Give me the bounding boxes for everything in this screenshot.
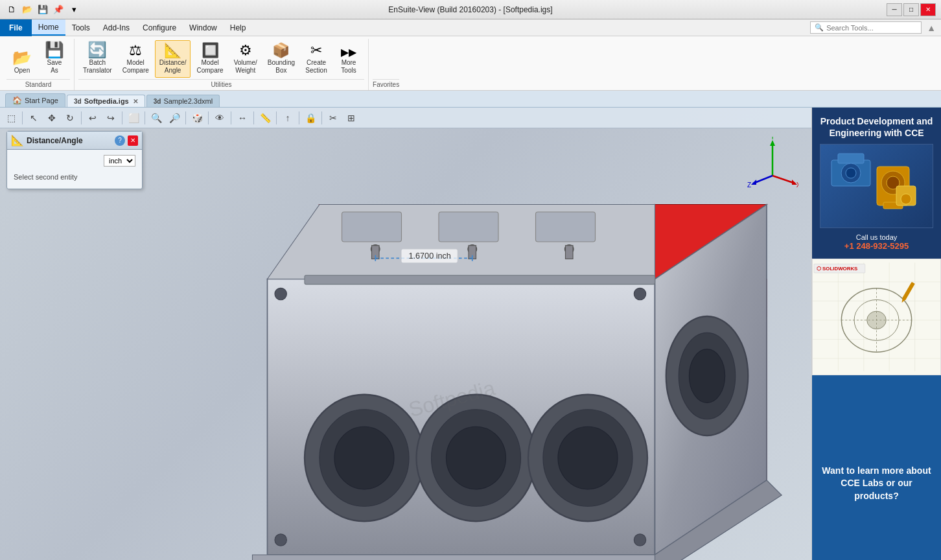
more-tools-label: MoreTools (341, 59, 356, 75)
svg-marker-47 (751, 180, 756, 185)
cursor-button[interactable]: ↖ (25, 110, 42, 126)
tab-sample[interactable]: 3d Sample2.3dxml (146, 95, 220, 107)
save-icon: 💾 (45, 42, 64, 58)
bounding-box-icon: 📦 (272, 43, 290, 58)
tab-softpedia-close[interactable]: ✕ (133, 98, 138, 105)
favorites-group: Favorites (369, 39, 403, 90)
softpedia-icon: 3d (74, 98, 82, 105)
toolbar-separator-5 (185, 111, 186, 124)
save-as-button[interactable]: 💾 SaveAs (39, 39, 70, 78)
undo-button[interactable]: ↩ (84, 110, 101, 126)
window-menu[interactable]: Window (183, 19, 224, 36)
home-menu[interactable]: Home (32, 19, 65, 36)
utilities-label: Utilities (78, 79, 364, 90)
open-button[interactable]: 📂 Open (6, 47, 38, 78)
lock-button[interactable]: 🔒 (302, 110, 319, 126)
da-close-button[interactable]: ✕ (128, 135, 138, 146)
svg-rect-16 (439, 212, 498, 242)
create-section-icon: ✂ (310, 43, 322, 58)
move-up-button[interactable]: ↑ (279, 110, 296, 126)
svg-rect-50 (838, 154, 864, 163)
save-icon[interactable]: 💾 (36, 3, 49, 16)
tools-menu[interactable]: Tools (65, 19, 97, 36)
svg-line-43 (773, 176, 795, 183)
sample-icon: 3d (154, 98, 161, 105)
ribbon: 📂 Open 💾 SaveAs Standard 🔄 BatchTranslat… (0, 36, 941, 91)
pin-icon[interactable]: 📌 (52, 3, 65, 16)
top-ad-heading: Product Development and Engineering with… (820, 115, 933, 139)
addins-menu[interactable]: Add-Ins (97, 19, 136, 36)
da-panel-content: inch mm cm m Select second entity (7, 150, 142, 189)
svg-point-31 (275, 534, 286, 546)
tab-softpedia-label: Softpedia.igs (84, 97, 129, 105)
model-compare-label: ModelCompare (122, 59, 149, 75)
maximize-button[interactable]: □ (903, 3, 919, 16)
pan-button[interactable]: ✥ (43, 110, 60, 126)
tab-start-page[interactable]: 🏠 Start Page (5, 93, 65, 107)
svg-text:Z: Z (747, 181, 751, 189)
close-button[interactable]: ✕ (920, 3, 936, 16)
view-preset-button[interactable]: 🎲 (189, 110, 205, 126)
da-help-button[interactable]: ? (115, 135, 125, 146)
tab-start-label: Start Page (25, 97, 58, 104)
bounding-box-label: BoundingBox (268, 59, 295, 75)
more-tools-icon: ▶▶ (341, 47, 356, 58)
model-compare-button[interactable]: ⚖ ModelCompare (118, 40, 154, 78)
3d-model: 1.6700 inch Softpedia (156, 140, 811, 560)
svg-point-26 (689, 349, 725, 403)
svg-text:X: X (796, 181, 798, 189)
svg-point-32 (634, 288, 645, 299)
section-view-button[interactable]: ✂ (325, 110, 342, 126)
transform-button[interactable]: ↔ (234, 110, 251, 126)
dropdown-icon[interactable]: ▾ (67, 3, 80, 16)
open-icon[interactable]: 📂 (21, 3, 34, 16)
minimize-button[interactable]: ─ (887, 3, 902, 16)
svg-point-33 (634, 534, 645, 546)
more-tools-button[interactable]: ▶▶ MoreTools (333, 44, 364, 78)
view-toolbar: ⬚ ↖ ✥ ↻ ↩ ↪ ⬜ 🔍 🔎 🎲 👁 ↔ 📏 ↑ 🔒 (0, 108, 811, 128)
favorites-label: Favorites (373, 79, 399, 90)
file-menu[interactable]: File (0, 19, 32, 36)
help-menu[interactable]: Help (224, 19, 253, 36)
rotate-button[interactable]: ↻ (62, 110, 78, 126)
toolbar-separator-10 (299, 111, 299, 124)
distance-angle-button[interactable]: 📐 Distance/Angle (155, 40, 191, 78)
select-area-button[interactable]: ⬜ (125, 110, 142, 126)
select-box-button[interactable]: ⬚ (3, 110, 19, 126)
toolbar-separator-3 (122, 111, 122, 124)
configure-menu[interactable]: Configure (136, 19, 183, 36)
create-section-button[interactable]: ✂ CreateSection (301, 40, 332, 78)
tab-sample-label: Sample2.3dxml (163, 97, 213, 105)
toolbar-separator-2 (81, 111, 82, 124)
tab-softpedia[interactable]: 3d Softpedia.igs ✕ (67, 95, 145, 107)
model-compare2-button[interactable]: 🔲 ModelCompare (192, 40, 227, 78)
svg-point-8 (334, 426, 394, 489)
redo-button[interactable]: ↪ (102, 110, 119, 126)
favorites-group-items (373, 39, 399, 78)
quick-access-toolbar: 🗋 📂 💾 📌 ▾ (5, 3, 80, 16)
bounding-box-button[interactable]: 📦 BoundingBox (263, 40, 299, 78)
zoom-in-button[interactable]: 🔎 (166, 110, 183, 126)
zoom-fit-button[interactable]: 🔍 (148, 110, 165, 126)
search-box[interactable]: 🔍 (810, 21, 922, 34)
standard-group: 📂 Open 💾 SaveAs Standard (3, 39, 75, 90)
svg-rect-27 (305, 275, 655, 285)
create-section-label: CreateSection (305, 59, 327, 75)
da-unit-select[interactable]: inch mm cm m (104, 155, 135, 167)
visibility-button[interactable]: 👁 (211, 110, 228, 126)
search-icon: 🔍 (815, 23, 824, 32)
fit-all-button[interactable]: ⊞ (343, 110, 360, 126)
ribbon-collapse-icon[interactable]: ▲ (927, 23, 936, 33)
engine-model-svg: 1.6700 inch Softpedia (156, 140, 811, 560)
search-input[interactable] (826, 24, 917, 32)
new-icon[interactable]: 🗋 (5, 3, 18, 16)
da-panel-title: Distance/Angle (27, 136, 112, 145)
right-panel: Product Development and Engineering with… (811, 108, 941, 560)
title-bar: 🗋 📂 💾 📌 ▾ EnSuite-View (Build 20160203) … (0, 0, 941, 19)
volume-weight-button[interactable]: ⚙ Volume/Weight (229, 40, 262, 78)
viewport[interactable]: ⬚ ↖ ✥ ↻ ↩ ↪ ⬜ 🔍 🔎 🎲 👁 ↔ 📏 ↑ 🔒 (0, 108, 811, 560)
volume-weight-label: Volume/Weight (234, 59, 257, 75)
batch-translator-button[interactable]: 🔄 BatchTranslator (78, 39, 117, 78)
bottom-ad-heading: Want to learn more about CCE Labs or our… (820, 465, 933, 503)
measure-button[interactable]: 📏 (257, 110, 273, 126)
